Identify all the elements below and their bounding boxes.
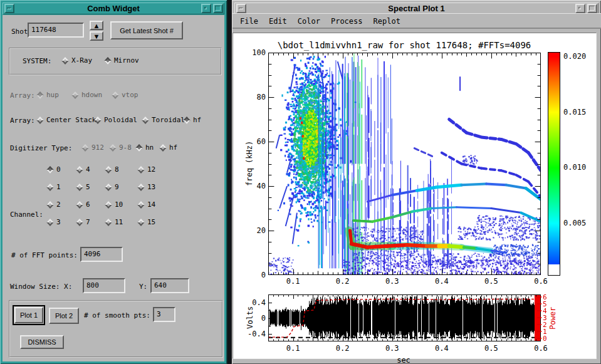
radio-diamond-icon: [159, 144, 166, 151]
system-radio-mirnov[interactable]: Mirnov: [105, 56, 139, 65]
dismiss-button[interactable]: DISMISS: [20, 335, 64, 349]
shot-decrement-button[interactable]: ▼: [90, 31, 103, 41]
minimize-button[interactable]: [575, 4, 585, 13]
channel-radio-9[interactable]: 9: [106, 183, 119, 191]
channel-radio-3[interactable]: 3: [48, 218, 61, 226]
array-top-radio-vtop[interactable]: vtop: [113, 91, 138, 99]
array-disabled-row: Array: huphdownvtop: [3, 89, 228, 103]
window-size-label: Window Size: X:: [10, 283, 72, 291]
window-size-y-input[interactable]: 640: [150, 278, 189, 293]
radio-diamond-icon: [46, 184, 53, 190]
radio-diamond-icon: [71, 91, 78, 98]
digitizer-radio-hf[interactable]: hf: [160, 143, 177, 152]
menu-edit[interactable]: Edit: [269, 17, 287, 26]
channel-radio-14[interactable]: 14: [138, 200, 155, 209]
plot2-button[interactable]: Plot 2: [49, 308, 79, 324]
plot1-focus-ring: Plot 1: [13, 305, 45, 325]
plot1-button[interactable]: Plot 1: [14, 307, 43, 323]
radio-diamond-icon: [105, 166, 112, 173]
radio-label: hup: [46, 91, 59, 99]
radio-label: 13: [147, 183, 155, 191]
minimize-button[interactable]: [201, 4, 211, 13]
maximize-button[interactable]: [587, 4, 597, 13]
smooth-pts-input[interactable]: 3: [153, 307, 175, 322]
radio-label: 14: [147, 200, 155, 209]
window-size-x-input[interactable]: 800: [83, 278, 125, 293]
radio-label: 6: [86, 200, 90, 209]
radio-label: 11: [115, 218, 123, 226]
digitizer-radio-9-8[interactable]: 9-8: [110, 143, 132, 152]
radio-diamond-icon: [183, 117, 190, 123]
channel-radio-4[interactable]: 4: [77, 165, 90, 174]
system-group: SYSTEM: X-RayMirnov: [9, 48, 222, 75]
channel-radio-1[interactable]: 1: [48, 183, 61, 191]
radio-label: 10: [115, 200, 123, 209]
menu-file[interactable]: File: [240, 17, 258, 26]
plot-panel: [233, 33, 597, 359]
radio-label: 9: [115, 183, 119, 191]
array-top-radio-hdown[interactable]: hdown: [73, 91, 102, 99]
plot-actions-group: Plot 1 Plot 2 # of smooth pts: 3 DISMISS: [9, 300, 223, 358]
channel-radio-13[interactable]: 13: [138, 183, 155, 191]
comb-widget-titlebar[interactable]: Comb Widget: [3, 3, 224, 14]
array-label: Array:: [10, 117, 35, 125]
window-menu-icon: [7, 8, 11, 9]
shot-input[interactable]: 117648: [28, 23, 84, 38]
comb-widget-body: Shot: 117648 ▲ ▼ Get Latest Shot # SYSTE…: [3, 15, 224, 361]
digitizer-radio-hn[interactable]: hn: [137, 143, 154, 152]
radio-diamond-icon: [94, 117, 101, 123]
menu-color[interactable]: Color: [298, 17, 320, 26]
channel-radio-7[interactable]: 7: [77, 218, 90, 226]
menu-process[interactable]: Process: [331, 17, 363, 26]
menu-replot[interactable]: Replot: [374, 17, 400, 26]
channel-radio-11[interactable]: 11: [106, 218, 123, 226]
array-radio-hf[interactable]: hf: [184, 116, 201, 124]
radio-diamond-icon: [81, 144, 88, 151]
array-top-radio-hup[interactable]: hup: [38, 91, 59, 99]
channel-radio-8[interactable]: 8: [106, 165, 119, 174]
array-radio-poloidal[interactable]: Poloidal: [95, 116, 137, 124]
window-menu-button[interactable]: [4, 4, 14, 13]
window-menu-icon: [239, 8, 243, 9]
spectral-plot-window: Spectral Plot 1 FileEditColorProcessRepl…: [232, 0, 601, 364]
radio-diamond-icon: [46, 201, 53, 208]
system-radio-group: X-RayMirnov: [10, 49, 221, 74]
digitizer-radio-912[interactable]: 912: [83, 143, 104, 152]
channel-radio-2[interactable]: 2: [48, 200, 61, 209]
radio-label: 0: [56, 165, 61, 174]
shot-increment-button[interactable]: ▲: [90, 21, 103, 30]
channel-radio-5[interactable]: 5: [77, 183, 90, 191]
minimize-icon: [578, 7, 581, 9]
fft-points-label: # of FFT points:: [11, 251, 78, 259]
radio-diamond-icon: [76, 184, 83, 190]
channel-radio-15[interactable]: 15: [138, 218, 155, 226]
get-latest-shot-button[interactable]: Get Latest Shot #: [110, 21, 183, 39]
maximize-icon: [215, 6, 221, 11]
channel-radio-0[interactable]: 0: [48, 165, 61, 174]
fft-points-input[interactable]: 4096: [80, 247, 123, 262]
radio-label: X-Ray: [71, 56, 92, 65]
arrow-down-icon: ▼: [93, 33, 100, 40]
maximize-button[interactable]: [213, 4, 223, 13]
radio-label: 12: [147, 165, 155, 174]
array-radio-center-stack[interactable]: Center Stack: [38, 116, 96, 124]
comb-widget-window: Comb Widget Shot: 117648 ▲ ▼ Get Latest …: [0, 0, 227, 364]
radio-label: 4: [86, 165, 90, 174]
radio-label: vtop: [122, 91, 138, 99]
radio-diamond-icon: [76, 219, 83, 226]
radio-diamond-icon: [137, 184, 144, 190]
radio-label: 7: [86, 218, 90, 226]
array-radio-toroidal[interactable]: Toroidal: [143, 116, 185, 124]
radio-label: 3: [56, 218, 61, 226]
channel-radio-6[interactable]: 6: [77, 200, 90, 209]
channel-radio-12[interactable]: 12: [138, 165, 155, 174]
radio-label: hf: [193, 116, 201, 124]
system-radio-x-ray[interactable]: X-Ray: [63, 56, 92, 65]
radio-label: 2: [56, 200, 61, 209]
window-menu-button[interactable]: [236, 4, 246, 13]
radio-label: Poloidal: [104, 116, 137, 124]
radio-label: 15: [147, 218, 155, 226]
radio-diamond-icon: [61, 57, 68, 64]
channel-radio-10[interactable]: 10: [106, 200, 123, 209]
menu-bar: FileEditColorProcessReplot: [232, 13, 601, 29]
